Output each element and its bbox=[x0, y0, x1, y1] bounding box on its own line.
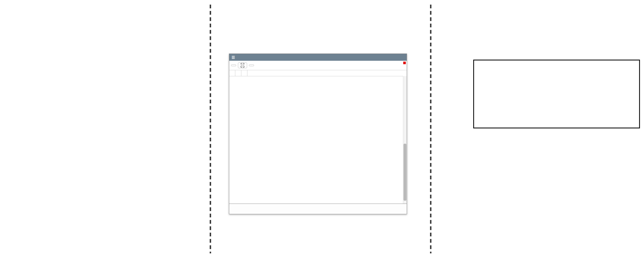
benchmark-chart bbox=[0, 0, 644, 260]
plain-code-pane bbox=[474, 60, 564, 128]
slide: ☰ bbox=[0, 0, 644, 260]
annotated-code-pane bbox=[564, 60, 639, 128]
binarysearch-code-figure bbox=[473, 60, 640, 128]
